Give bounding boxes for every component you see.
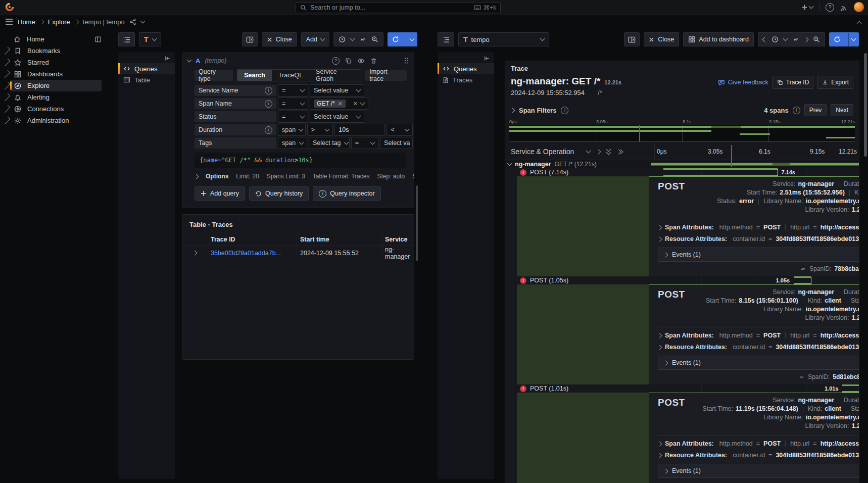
duration-gt-select[interactable]: > — [307, 124, 333, 136]
import-trace-button[interactable]: Import trace — [365, 70, 407, 81]
link-icon[interactable] — [798, 374, 805, 380]
trace-id-button[interactable]: Trace ID — [773, 76, 814, 89]
span-bar[interactable] — [794, 276, 811, 284]
resource-attributes-row[interactable]: Resource Attributes: container.id=304fd8… — [654, 235, 859, 243]
span-attributes-row[interactable]: Span Attributes: http.method=POST http.u… — [654, 332, 859, 339]
span-attributes-row[interactable]: Span Attributes: http.method=POST http.u… — [654, 440, 859, 447]
breadcrumb-home[interactable]: Home — [18, 18, 35, 26]
duration-min-input[interactable]: 10s — [334, 124, 385, 136]
grafana-logo-icon[interactable] — [5, 3, 14, 12]
time-picker-button-right[interactable] — [758, 32, 825, 46]
left-pane-scrollbar[interactable] — [416, 185, 418, 261]
add-button[interactable]: Add — [301, 32, 329, 46]
mega-menu-icon[interactable] — [5, 18, 13, 25]
clear-icon[interactable]: ✕ — [353, 101, 358, 107]
split-pane-icon-button-right[interactable] — [624, 32, 640, 46]
link-icon[interactable] — [800, 266, 806, 272]
query-outline-button-right[interactable] — [438, 32, 454, 46]
help-icon[interactable] — [826, 3, 834, 12]
status-operator-select[interactable]: = — [278, 111, 308, 123]
span-bar[interactable] — [663, 168, 778, 176]
expand-deep-icon[interactable] — [617, 150, 622, 154]
tab-search[interactable]: Search — [237, 70, 272, 81]
span-name-chip[interactable]: GET /*✕ — [314, 100, 346, 108]
query-outline-button[interactable] — [118, 32, 135, 46]
drag-query-handle-icon[interactable] — [404, 57, 409, 64]
events-accordion[interactable]: Events (1) — [658, 464, 859, 478]
status-value-select[interactable]: Select value — [310, 111, 364, 123]
prev-span-button[interactable]: Prev — [804, 104, 827, 116]
trace-id-link[interactable]: 35be0f3d29a01adda7b... — [207, 250, 297, 257]
time-shift-forward-icon[interactable] — [804, 37, 809, 42]
run-query-button[interactable] — [388, 32, 417, 46]
add-query-button[interactable]: Add query — [195, 186, 245, 201]
span-bar[interactable] — [842, 384, 859, 393]
query-history-button[interactable]: Query history — [249, 186, 309, 201]
root-span-bar[interactable] — [651, 163, 859, 166]
dock-menu-icon[interactable] — [94, 36, 102, 43]
remove-chip-icon[interactable]: ✕ — [338, 101, 343, 107]
user-avatar[interactable] — [854, 2, 864, 12]
sidebar-item-explore[interactable]: Explore — [0, 80, 106, 91]
sidebar-item-connections[interactable]: Connections — [0, 103, 106, 115]
time-shift-back-icon[interactable] — [762, 37, 767, 42]
span-row-root[interactable]: ng-manager GET /* (12.21s) — [505, 160, 859, 168]
resource-attributes-row[interactable]: Resource Attributes: container.id=304fd8… — [654, 452, 859, 459]
info-icon[interactable] — [265, 87, 272, 94]
span-row-2[interactable]: POST (1.05s) 1.05s — [505, 276, 859, 284]
window-scrollbar[interactable] — [864, 53, 867, 157]
sidebar-item-starred[interactable]: Starred — [0, 57, 106, 68]
query-inspector-button[interactable]: Query inspector — [313, 186, 380, 201]
collapse-all-icon[interactable] — [586, 149, 591, 154]
sidebar-tab-queries-right[interactable]: Queries — [438, 63, 494, 74]
breadcrumb-explore[interactable]: Explore — [48, 18, 70, 26]
chevron-down-icon[interactable] — [140, 19, 145, 24]
query-help-icon[interactable] — [332, 57, 340, 65]
span-name-value-select[interactable]: GET /*✕ ✕ — [310, 98, 368, 110]
close-pane-button-right[interactable]: Close — [644, 32, 679, 46]
give-feedback-link[interactable]: Give feedback — [718, 79, 768, 86]
add-new-button[interactable] — [801, 4, 813, 11]
share-shortlink-icon[interactable] — [129, 18, 136, 25]
span-name-operator-select[interactable]: = — [278, 98, 308, 110]
col-service[interactable]: Service — [382, 233, 414, 246]
selected-span-highlight[interactable] — [517, 284, 649, 384]
selected-span-highlight[interactable] — [517, 393, 649, 483]
info-icon[interactable] — [561, 107, 568, 114]
selected-span-highlight[interactable] — [517, 176, 649, 276]
tab-service-graph[interactable]: Service Graph — [309, 70, 361, 81]
remove-query-icon[interactable] — [370, 58, 377, 64]
sidebar-item-home[interactable]: Home — [0, 33, 106, 45]
next-span-button[interactable]: Next — [831, 104, 853, 116]
duplicate-query-icon[interactable] — [345, 58, 352, 64]
tags-key-select[interactable]: Select tag — [309, 137, 350, 149]
hide-query-icon[interactable] — [357, 58, 365, 64]
add-to-dashboard-button[interactable]: Add to dashboard — [683, 32, 754, 46]
service-name-value-select[interactable]: Select value — [310, 84, 364, 96]
expand-row-icon[interactable] — [192, 251, 197, 256]
datasource-picker-left[interactable]: T — [139, 32, 161, 46]
sidebar-tab-table[interactable]: Table — [118, 74, 175, 85]
sidebar-item-alerting[interactable]: Alerting — [0, 91, 106, 103]
span-filters-label[interactable]: Span Filters — [519, 107, 556, 114]
tags-scope-select[interactable]: span — [278, 137, 307, 149]
resource-attributes-row[interactable]: Resource Attributes: container.id=304fd8… — [654, 344, 859, 351]
collapse-deep-icon[interactable] — [607, 149, 610, 154]
events-accordion[interactable]: Events (1) — [658, 248, 859, 262]
collapse-span-icon[interactable] — [507, 161, 512, 166]
service-name-operator-select[interactable]: = — [278, 84, 308, 96]
sidebar-item-administration[interactable]: Administration — [0, 115, 106, 126]
duration-lt-select[interactable]: < — [387, 124, 413, 136]
expand-span-filters-icon[interactable] — [510, 108, 515, 113]
sidebar-tab-traces[interactable]: Traces — [438, 74, 494, 85]
sidebar-item-dashboards[interactable]: Dashboards — [0, 68, 106, 80]
span-row-1[interactable]: POST (7.14s) 7.14s — [505, 168, 859, 176]
tab-traceql[interactable]: TraceQL — [272, 70, 309, 81]
info-icon[interactable] — [265, 100, 272, 108]
time-picker-button[interactable] — [333, 32, 383, 46]
zoom-out-icon[interactable] — [371, 36, 378, 43]
service-operation-header[interactable]: Service & Operation — [511, 148, 574, 156]
events-accordion[interactable]: Events (1) — [658, 356, 859, 370]
datasource-picker-right[interactable]: T tempo — [458, 32, 549, 46]
trace-minimap[interactable]: 0μs 3.05s 6.1s 9.15s 12.21s — [509, 119, 855, 142]
